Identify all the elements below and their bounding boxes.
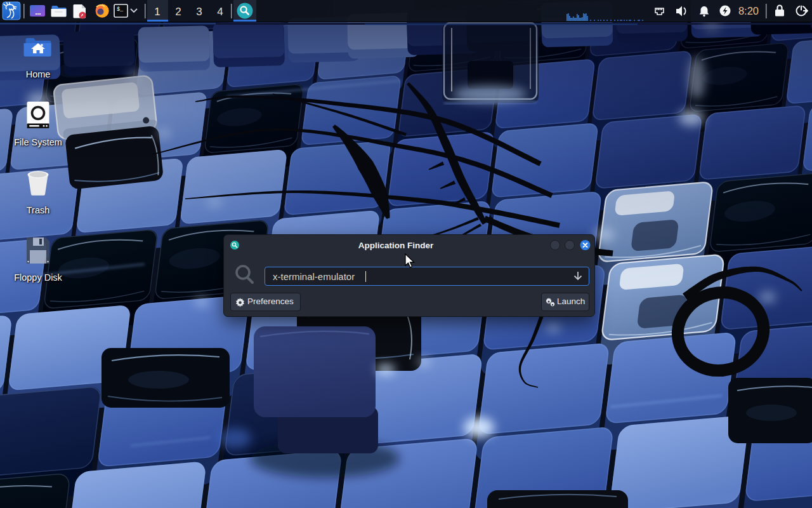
svg-text:4: 4 [217,6,223,18]
svg-text:8:20: 8:20 [738,5,759,17]
svg-text:$_: $_ [117,6,124,13]
svg-text:1: 1 [154,6,160,18]
svg-text:3: 3 [196,6,202,18]
svg-text:2: 2 [175,6,181,18]
